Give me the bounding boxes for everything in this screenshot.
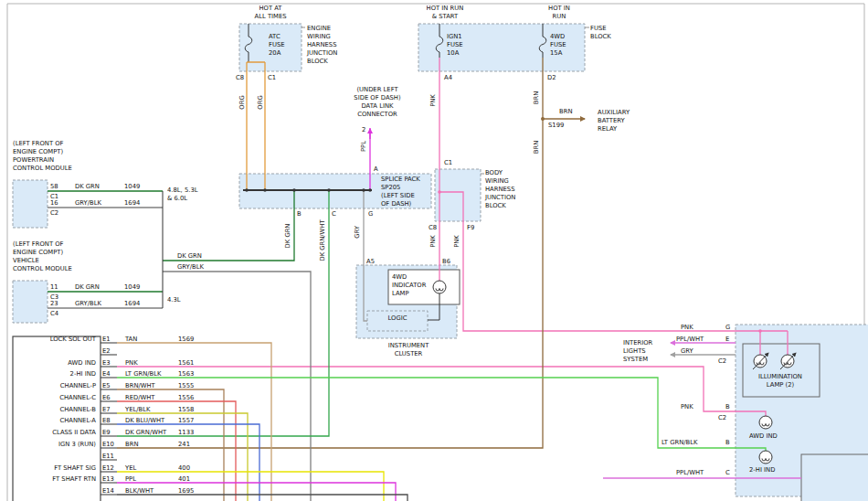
tc-pin-stubs bbox=[101, 343, 117, 495]
body-junction-box bbox=[435, 169, 481, 221]
illum-junction-dot bbox=[758, 329, 762, 333]
lower-right-box bbox=[801, 454, 868, 501]
illumination-lamps-box bbox=[743, 344, 820, 397]
2hi-ind-lamp-icon bbox=[759, 451, 772, 464]
s199-splice-dot bbox=[541, 117, 545, 121]
wire-yelblk bbox=[117, 413, 248, 501]
wiring-diagram: HOT AT ALL TIMESHOT IN RUN & STARTHOT IN… bbox=[0, 0, 868, 501]
fuse-block-box bbox=[418, 24, 585, 71]
tc-module-connector-box bbox=[13, 336, 101, 501]
wire-pnk bbox=[117, 58, 788, 416]
pnk-junction-dot bbox=[438, 190, 441, 194]
4wd-indicator-lamp-icon bbox=[433, 281, 446, 293]
wire-brnwht bbox=[117, 389, 224, 501]
awd-ind-lamp-icon bbox=[759, 416, 772, 429]
indicator-lamp-box bbox=[388, 270, 460, 304]
wire-yel bbox=[117, 472, 384, 501]
vcm-box bbox=[13, 281, 48, 323]
wire-blkwht bbox=[117, 495, 408, 501]
wire-ltgrnblk bbox=[117, 378, 766, 451]
wire-dkgrnwht bbox=[117, 190, 329, 436]
wire-ppl-e13 bbox=[117, 483, 396, 501]
wire-org bbox=[247, 62, 265, 190]
pcm-box bbox=[13, 180, 48, 228]
wiring-diagram-canvas bbox=[0, 0, 868, 501]
logic-box bbox=[367, 311, 428, 331]
wire-redwht bbox=[117, 401, 236, 501]
